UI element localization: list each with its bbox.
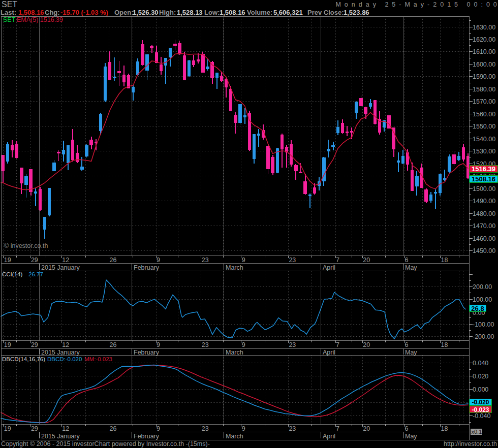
svg-text:CCI(14): CCI(14) [2,271,22,277]
svg-text:-200.00: -200.00 [473,333,494,340]
svg-text:1,508.16: 1,508.16 [220,9,245,16]
svg-text:12: 12 [62,341,69,348]
svg-text:MM:-0.023: MM:-0.023 [84,356,112,362]
svg-text:April: April [323,264,335,271]
svg-text:April: April [323,349,335,356]
svg-text:1,528.13: 1,528.13 [177,9,203,16]
svg-text:12: 12 [62,257,69,264]
svg-text:9: 9 [242,425,245,432]
svg-text:23: 23 [289,425,296,432]
svg-text:26: 26 [110,341,117,348]
svg-text:1480.00: 1480.00 [473,210,495,217]
svg-text:February: February [134,433,160,440]
svg-text:SET: SET [3,16,16,23]
svg-text:1508.16: 1508.16 [472,175,495,183]
svg-text:1570.00: 1570.00 [473,98,495,105]
svg-text:29: 29 [31,257,38,264]
svg-text:29: 29 [31,341,38,348]
svg-text:19: 19 [4,257,11,264]
svg-text:7: 7 [336,257,339,264]
svg-text:1470.00: 1470.00 [473,222,495,230]
svg-text:200.00: 200.00 [473,283,492,291]
svg-text:March: March [226,264,243,271]
svg-text:1530.00: 1530.00 [473,148,495,155]
svg-text:EMA(5) 1516.39: EMA(5) 1516.39 [17,16,63,23]
svg-text:19: 19 [4,425,11,432]
svg-text:26: 26 [110,257,117,264]
svg-text:Chg:: Chg: [45,9,60,16]
svg-text:23: 23 [289,341,296,348]
svg-text:1620.00: 1620.00 [473,36,495,43]
svg-text:29: 29 [31,425,38,432]
svg-text:March: March [226,433,243,440]
svg-text:SET: SET [2,0,17,9]
svg-text:23: 23 [202,257,209,264]
svg-text:1540.00: 1540.00 [473,136,495,143]
svg-text:23: 23 [289,257,296,264]
svg-text:6: 6 [405,341,409,348]
svg-text:26.8: 26.8 [471,305,484,312]
svg-text:0.000: 0.000 [473,386,488,393]
svg-text:High:: High: [159,9,176,16]
svg-text:20: 20 [363,341,370,348]
svg-text:7: 7 [336,425,339,432]
svg-text:April: April [323,433,335,440]
svg-text:18: 18 [441,257,448,264]
svg-text:Volume:: Volume: [247,9,272,16]
svg-text:1,508.16: 1,508.16 [18,9,44,16]
svg-text:1450.00: 1450.00 [473,247,495,254]
svg-text:5,606,321: 5,606,321 [273,9,303,16]
svg-text:6: 6 [405,425,409,432]
svg-text:February: February [134,264,160,271]
svg-text:x0.1: x0.1 [472,429,482,435]
svg-text:Last:: Last: [1,9,16,16]
svg-text:6: 6 [405,257,409,264]
svg-text:© investor.co.th: © investor.co.th [4,242,48,249]
svg-text:9: 9 [157,341,160,348]
svg-text:1490.00: 1490.00 [473,198,495,205]
svg-text:23: 23 [202,425,209,432]
svg-text:1560.00: 1560.00 [473,111,495,118]
svg-text:DBCD:-0.020: DBCD:-0.020 [47,356,82,362]
svg-text:Copyright © 2006 - 2015 invest: Copyright © 2006 - 2015 investorChart po… [1,440,210,447]
svg-text:26.77: 26.77 [28,271,43,277]
svg-text:1516.39: 1516.39 [472,165,495,173]
svg-text:Low:: Low: [204,9,220,16]
svg-text:1610.00: 1610.00 [473,48,495,55]
svg-text:1,526.30: 1,526.30 [133,9,159,16]
svg-text:1590.00: 1590.00 [473,73,495,80]
svg-text:-15.70 (-1.03 %): -15.70 (-1.03 %) [60,9,108,16]
svg-text:February: February [134,349,160,356]
svg-text:20: 20 [363,425,370,432]
svg-text:26: 26 [110,425,117,432]
svg-text:May: May [405,264,417,271]
svg-text:0.020: 0.020 [473,373,488,380]
svg-text:http://investor.co.th: http://investor.co.th [444,440,497,447]
svg-text:0.040: 0.040 [473,360,488,367]
svg-text:Open:: Open: [114,9,134,16]
svg-text:9: 9 [242,341,245,348]
svg-text:23: 23 [202,341,209,348]
svg-text:DBCD(14,16,76): DBCD(14,16,76) [2,356,45,362]
svg-text:2015 January: 2015 January [41,349,80,356]
svg-text:-100.00: -100.00 [473,321,494,328]
svg-text:May: May [405,349,417,356]
svg-text:2015 January: 2015 January [41,264,80,271]
svg-text:1630.00: 1630.00 [473,24,495,31]
svg-text:Monday 25-May-2015 00:00: Monday 25-May-2015 00:00 [335,1,498,8]
svg-text:9: 9 [157,425,160,432]
svg-text:19: 19 [4,341,11,348]
svg-text:1580.00: 1580.00 [473,86,495,93]
svg-text:May: May [405,433,417,440]
svg-text:9: 9 [157,257,160,264]
svg-text:7: 7 [336,341,339,348]
svg-text:20: 20 [363,257,370,264]
svg-text:1600.00: 1600.00 [473,61,495,68]
svg-text:Prev Close:: Prev Close: [307,9,344,16]
svg-text:1,523.86: 1,523.86 [344,9,369,16]
svg-text:100.00: 100.00 [473,296,492,303]
svg-text:12: 12 [62,425,69,432]
svg-text:2015 January: 2015 January [41,433,80,440]
svg-text:-0.020: -0.020 [472,399,489,406]
svg-text:March: March [226,349,243,356]
